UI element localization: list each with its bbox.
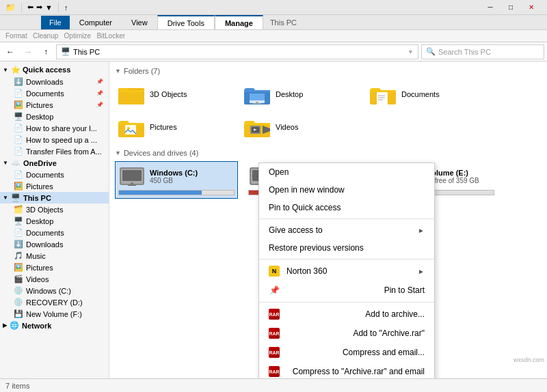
forward-button[interactable]: →: [21, 44, 36, 59]
documents-icon-2: 📄: [14, 228, 23, 237]
ribbon-tabs: File Computer View Drive Tools Manage Th…: [0, 15, 547, 30]
sidebar-item-documents2[interactable]: 📄 Documents: [0, 227, 109, 238]
sidebar-item-pictures[interactable]: 🖼️ Pictures 📌: [0, 99, 109, 111]
cm-item-restore-previous[interactable]: Restore previous versions: [259, 239, 434, 257]
sidebar-item-downloads2[interactable]: ⬇️ Downloads: [0, 238, 109, 250]
sidebar-item-downloads[interactable]: ⬇️ Downloads 📌: [0, 76, 109, 87]
sidebar-item-desktop[interactable]: 🖥️ Desktop: [0, 111, 109, 122]
sidebar-section-quick-access[interactable]: ▼ ⭐ Quick access: [0, 64, 109, 76]
sidebar-section-network[interactable]: ▶ 🌐 Network: [0, 320, 109, 331]
cm-separator-2: [259, 259, 434, 260]
usb-icon-f: 💾: [14, 309, 23, 318]
address-icon: 🖥️: [61, 47, 70, 56]
sidebar-item-music[interactable]: 🎵 Music: [0, 250, 109, 262]
tab-computer[interactable]: Computer: [70, 15, 122, 29]
threed-icon: 🗂️: [14, 205, 23, 214]
folder-3d-objects-label: 3D Objects: [150, 90, 187, 98]
sidebar-item-how-to-share[interactable]: 📄 How to share your l...: [0, 122, 109, 134]
sidebar-item-windows-c[interactable]: 💿 Windows (C:): [0, 285, 109, 296]
desktop-icon: 🖥️: [14, 112, 23, 121]
tab-manage[interactable]: Manage: [215, 15, 263, 29]
cm-open-label: Open: [269, 167, 289, 177]
this-pc-label: This PC: [23, 194, 51, 202]
sidebar-item-onedrive-documents[interactable]: 📄 Documents: [0, 169, 109, 180]
cm-item-pin-to-start[interactable]: 📌 Pin to Start: [259, 281, 434, 300]
sidebar-section-this-pc[interactable]: ▼ 🖥️ This PC: [0, 192, 109, 204]
address-path[interactable]: 🖥️ This PC ▼: [56, 44, 418, 59]
folder-item-pictures[interactable]: Pictures: [115, 112, 238, 142]
back-button[interactable]: ←: [3, 44, 18, 59]
folder-pictures-label: Pictures: [150, 123, 177, 131]
documents-label: Documents: [26, 89, 64, 98]
cm-pin-start-label: Pin to Start: [384, 285, 425, 295]
cm-item-compress-rar-email[interactable]: RAR Compress to "Archive.rar" and email: [259, 362, 434, 378]
pin-icon: 📌: [96, 90, 103, 96]
pin-to-start-icon: 📌: [269, 285, 280, 296]
desktop-label: Desktop: [26, 113, 53, 121]
doc-icon-1: 📄: [14, 124, 23, 132]
folders-section-header[interactable]: ▼ Folders (7): [115, 67, 542, 75]
folder-item-videos[interactable]: Videos: [241, 112, 364, 142]
sidebar-item-3d-objects[interactable]: 🗂️ 3D Objects: [0, 204, 109, 215]
tab-view[interactable]: View: [122, 15, 157, 29]
cm-item-open-new-window[interactable]: Open in new window: [259, 181, 434, 199]
sidebar-item-new-volume-f[interactable]: 💾 New Volume (F:): [0, 308, 109, 320]
cm-item-open[interactable]: Open: [259, 163, 434, 181]
sidebar-item-onedrive-pictures[interactable]: 🖼️ Pictures: [0, 180, 109, 192]
quick-access-icon: ⬅: [27, 3, 34, 12]
cm-item-add-archive[interactable]: RAR Add to archive...: [259, 305, 434, 324]
cm-item-norton[interactable]: N Norton 360 ►: [259, 262, 434, 281]
drive-top-c: Windows (C:) 450 GB: [118, 165, 235, 188]
sidebar-item-recovery-d[interactable]: 💿 RECOVERY (D:): [0, 296, 109, 308]
address-dropdown[interactable]: ▼: [408, 48, 414, 55]
ribbon-toolbar: Format Cleanup Optimize BitLocker: [0, 30, 547, 42]
hdd-icon-d: 💿: [14, 298, 23, 307]
folder-videos-icon: [244, 115, 271, 139]
drive-c-icon: [118, 165, 146, 188]
status-text: 7 items: [5, 382, 29, 390]
folder-desktop-label: Desktop: [276, 90, 303, 98]
svg-rect-5: [253, 103, 261, 104]
rar-icon-2: RAR: [269, 328, 280, 339]
cm-item-give-access[interactable]: Give access to ►: [259, 221, 434, 239]
svg-point-20: [131, 182, 133, 185]
folder-documents-icon: [370, 83, 397, 106]
folder-item-desktop[interactable]: Desktop: [241, 79, 364, 109]
chevron-right-icon: ▶: [3, 322, 7, 328]
pin-icon: 📌: [96, 79, 103, 85]
sidebar-section-onedrive[interactable]: ▼ ☁️ OneDrive: [0, 157, 109, 169]
drives-section-header[interactable]: ▼ Devices and drives (4): [115, 149, 542, 157]
up-button[interactable]: ↑: [38, 44, 53, 59]
folder-item-3d-objects[interactable]: 3D Objects: [115, 79, 238, 109]
drive-name-c: Windows (C:): [150, 169, 198, 177]
close-button[interactable]: ✕: [521, 0, 542, 15]
svg-rect-7: [377, 92, 386, 104]
folder-item-documents[interactable]: Documents: [366, 79, 490, 109]
pictures-label: Pictures: [26, 101, 53, 109]
cm-item-pin-quick-access[interactable]: Pin to Quick access: [259, 199, 434, 216]
cm-item-add-archive-rar[interactable]: RAR Add to "Archive.rar": [259, 324, 434, 343]
minimize-button[interactable]: ─: [480, 0, 501, 15]
sidebar-item-how-to-speed[interactable]: 📄 How to speed up a ...: [0, 134, 109, 145]
folder-pictures-icon: [118, 115, 146, 139]
folders-chevron: ▼: [115, 68, 121, 74]
drive-item-windows-c[interactable]: Windows (C:) 450 GB: [115, 161, 238, 199]
how-to-speed-label: How to speed up a ...: [26, 136, 97, 144]
tab-file[interactable]: File: [41, 16, 70, 29]
cm-item-compress-email[interactable]: RAR Compress and email...: [259, 343, 434, 362]
maximize-button[interactable]: □: [501, 0, 521, 15]
sidebar-item-transfer-files[interactable]: 📄 Transfer Files from A...: [0, 145, 109, 157]
tab-drive-tools[interactable]: Drive Tools: [157, 15, 215, 29]
sidebar-item-desktop2[interactable]: 🖥️ Desktop: [0, 215, 109, 227]
drives-section-label: Devices and drives (4): [124, 149, 198, 157]
folder-videos-label: Videos: [276, 123, 298, 131]
sidebar-item-documents[interactable]: 📄 Documents 📌: [0, 87, 109, 99]
context-menu: Open Open in new window Pin to Quick acc…: [258, 163, 435, 378]
sidebar-item-videos[interactable]: 🎬 Videos: [0, 273, 109, 285]
rar-icon-4: RAR: [269, 366, 280, 377]
documents-icon: 📄: [14, 89, 23, 98]
sidebar-item-pictures2[interactable]: 🖼️ Pictures: [0, 262, 109, 273]
content-area: ▼ Folders (7) 3D Objects: [109, 61, 547, 378]
search-box[interactable]: 🔍 Search This PC: [421, 44, 544, 59]
music-label: Music: [26, 252, 46, 260]
